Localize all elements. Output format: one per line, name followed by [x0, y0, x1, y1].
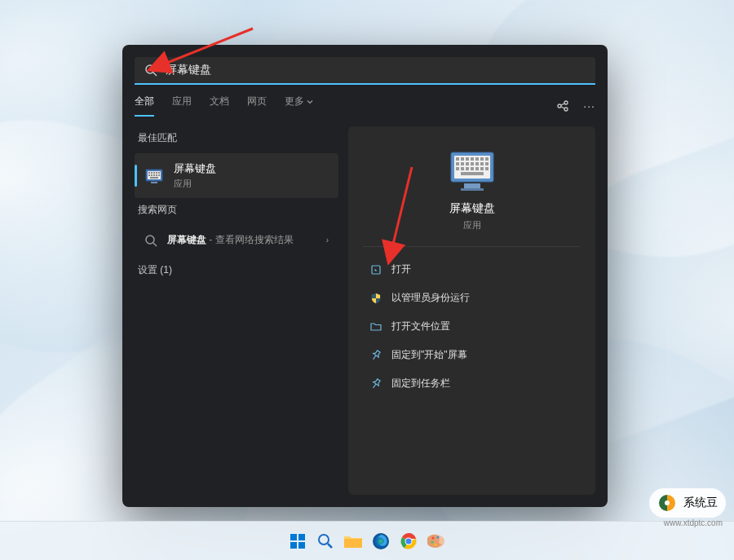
- svg-rect-47: [464, 183, 480, 188]
- chevron-down-icon: [307, 99, 313, 105]
- svg-rect-13: [158, 172, 160, 174]
- svg-rect-37: [480, 162, 484, 165]
- best-match-result[interactable]: 屏幕键盘 应用: [135, 153, 338, 198]
- svg-rect-14: [148, 174, 150, 176]
- svg-point-21: [146, 236, 154, 244]
- svg-rect-17: [156, 174, 157, 176]
- divider: [363, 246, 581, 247]
- search-input[interactable]: [166, 64, 586, 77]
- file-explorer-button[interactable]: [342, 530, 365, 553]
- svg-rect-15: [151, 174, 153, 176]
- preview-panel: 屏幕键盘 应用 打开 以管理员身份运行 打开文件位置 固定到"开始: [348, 126, 595, 495]
- action-open-file-location[interactable]: 打开文件位置: [363, 312, 581, 341]
- onscreen-keyboard-icon-large: [446, 149, 498, 192]
- search-bar[interactable]: [135, 57, 595, 83]
- action-label: 以管理员身份运行: [391, 291, 470, 305]
- svg-point-56: [319, 535, 329, 545]
- svg-rect-45: [485, 167, 489, 170]
- watermark-url: www.xtdptc.com: [664, 518, 723, 527]
- svg-rect-46: [461, 172, 484, 175]
- action-pin-to-taskbar[interactable]: 固定到任务栏: [363, 369, 581, 398]
- preview-subtitle: 应用: [463, 219, 481, 231]
- svg-rect-52: [290, 534, 297, 540]
- result-title: 屏幕键盘: [174, 161, 216, 176]
- tab-apps[interactable]: 应用: [172, 95, 192, 117]
- svg-rect-43: [475, 167, 479, 170]
- svg-rect-39: [456, 167, 459, 170]
- tab-more[interactable]: 更多: [285, 95, 313, 117]
- folder-icon: [369, 320, 382, 333]
- svg-rect-29: [475, 157, 479, 161]
- best-match-label: 最佳匹配: [138, 131, 335, 145]
- svg-rect-55: [298, 542, 305, 549]
- web-result-text: 屏幕键盘 - 查看网络搜索结果: [167, 233, 294, 247]
- svg-rect-19: [150, 177, 158, 179]
- watermark-text: 系统豆: [683, 496, 718, 510]
- action-run-as-admin[interactable]: 以管理员身份运行: [363, 284, 581, 312]
- results-main: 最佳匹配 屏幕键盘 应用 搜索网页 屏幕键盘 - 查看网络搜索结果 › 设置 (…: [122, 117, 608, 507]
- svg-point-66: [437, 536, 440, 538]
- tab-web[interactable]: 网页: [247, 95, 267, 117]
- action-pin-to-start[interactable]: 固定到"开始"屏幕: [363, 341, 581, 369]
- svg-rect-9: [148, 172, 150, 174]
- svg-rect-38: [485, 162, 489, 165]
- svg-rect-28: [471, 157, 474, 161]
- taskbar-search-button[interactable]: [314, 530, 337, 553]
- svg-rect-12: [156, 172, 157, 174]
- svg-line-5: [561, 104, 564, 105]
- svg-point-68: [435, 543, 437, 545]
- svg-rect-18: [158, 174, 160, 176]
- tab-documents[interactable]: 文档: [210, 95, 229, 117]
- svg-point-3: [564, 101, 568, 104]
- web-search-result[interactable]: 屏幕键盘 - 查看网络搜索结果 ›: [135, 225, 338, 255]
- svg-rect-35: [471, 162, 474, 165]
- edge-browser-button[interactable]: [369, 530, 392, 553]
- watermark: 系统豆: [649, 488, 726, 518]
- svg-rect-16: [153, 174, 155, 176]
- settings-label[interactable]: 设置 (1): [138, 263, 335, 277]
- paint-app-button[interactable]: [425, 530, 448, 553]
- filter-tabs: 全部 应用 文档 网页 更多: [135, 95, 313, 117]
- svg-rect-58: [344, 539, 362, 548]
- svg-rect-40: [461, 167, 464, 170]
- action-label: 打开: [391, 262, 411, 276]
- svg-rect-11: [153, 172, 155, 174]
- shield-icon: [369, 292, 382, 304]
- search-icon: [144, 234, 157, 247]
- pin-icon: [369, 349, 382, 361]
- preview-title: 屏幕键盘: [449, 201, 495, 216]
- taskbar: [0, 521, 734, 560]
- svg-point-69: [665, 500, 670, 505]
- svg-line-1: [153, 73, 157, 76]
- svg-rect-54: [290, 542, 297, 549]
- action-list: 打开 以管理员身份运行 打开文件位置 固定到"开始"屏幕 固定到任务栏: [363, 255, 581, 398]
- svg-rect-32: [456, 162, 459, 165]
- share-icon[interactable]: [555, 99, 570, 113]
- search-web-label: 搜索网页: [138, 203, 335, 217]
- watermark-logo-icon: [657, 493, 677, 513]
- svg-line-6: [561, 107, 564, 108]
- chevron-right-icon: ›: [326, 236, 329, 245]
- start-button[interactable]: [286, 530, 309, 553]
- chrome-browser-button[interactable]: [397, 530, 420, 553]
- results-left-column: 最佳匹配 屏幕键盘 应用 搜索网页 屏幕键盘 - 查看网络搜索结果 › 设置 (…: [135, 126, 338, 495]
- tab-all[interactable]: 全部: [135, 95, 154, 117]
- svg-rect-31: [485, 157, 489, 161]
- open-icon: [369, 263, 382, 276]
- svg-rect-25: [456, 157, 459, 161]
- more-options-icon[interactable]: ···: [583, 99, 595, 112]
- action-open[interactable]: 打开: [363, 255, 581, 284]
- svg-rect-26: [461, 157, 464, 161]
- svg-point-67: [431, 540, 434, 543]
- svg-point-0: [146, 65, 154, 73]
- svg-point-63: [406, 538, 412, 544]
- tabs-row: 全部 应用 文档 网页 更多 ···: [122, 85, 608, 117]
- svg-point-2: [558, 104, 561, 108]
- svg-point-4: [564, 108, 568, 111]
- svg-rect-41: [466, 167, 469, 170]
- svg-rect-53: [298, 534, 305, 540]
- svg-rect-33: [461, 162, 464, 165]
- pin-icon: [369, 377, 382, 390]
- action-label: 固定到"开始"屏幕: [391, 348, 467, 362]
- onscreen-keyboard-icon: [144, 166, 164, 186]
